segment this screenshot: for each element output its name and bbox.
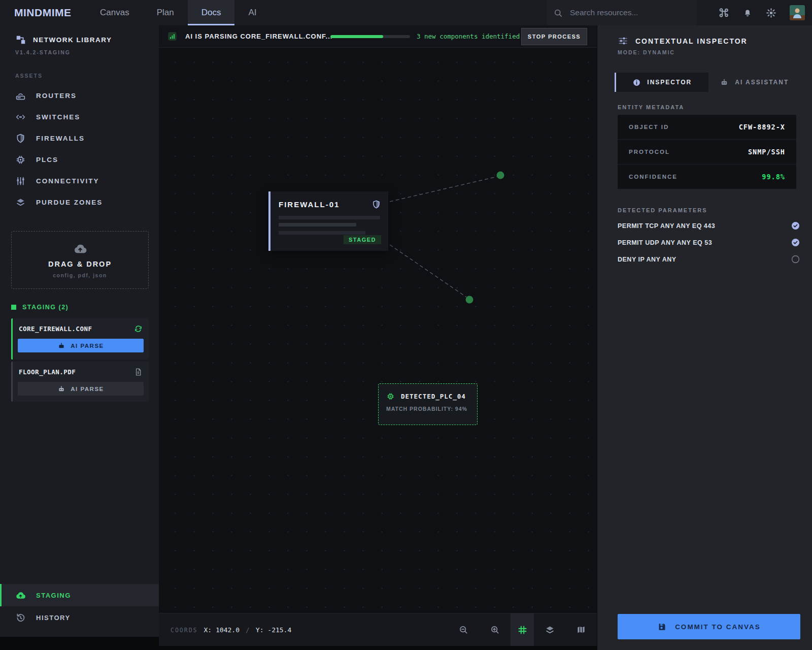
check-circle-icon[interactable]	[791, 238, 800, 247]
file-name: FLOOR_PLAN.PDF	[19, 368, 76, 376]
skeleton-line	[279, 223, 356, 226]
sidebar-title: NETWORK LIBRARY	[33, 36, 112, 44]
chip-icon	[386, 392, 395, 401]
sidebar-item-firewalls[interactable]: FIREWALLS	[0, 127, 159, 149]
nav-tab-docs[interactable]: Docs	[188, 0, 235, 25]
avatar[interactable]	[790, 5, 805, 20]
canvas-column: AI IS PARSING CORE_FIREWALL.CONF... 3 ne…	[159, 25, 597, 646]
cloud-upload-icon	[15, 590, 26, 601]
process-result-text: 3 new components identified.	[417, 32, 524, 40]
file-dropzone[interactable]: DRAG & DROP config, pdf, json	[11, 231, 149, 289]
staged-status-badge: STAGED	[344, 235, 381, 244]
zoom-out-button[interactable]	[448, 613, 479, 646]
coord-x-value: X: 1042.0	[204, 626, 240, 634]
top-navbar: MINDMIME Canvas Plan Docs AI Search reso…	[0, 0, 812, 25]
coords-label: COORDS	[171, 627, 198, 634]
staged-file-floor-plan[interactable]: FLOOR_PLAN.PDF AI PARSE	[11, 362, 149, 402]
connection-endpoint-dot[interactable]	[497, 172, 504, 179]
process-status-text: AI IS PARSING CORE_FIREWALL.CONF...	[185, 32, 332, 40]
progress-fill	[330, 35, 383, 38]
ai-parse-button-core-firewall[interactable]: AI PARSE	[18, 339, 144, 352]
layers-button[interactable]	[534, 613, 565, 646]
parameter-row[interactable]: PERMIT TCP ANY ANY EQ 443	[618, 217, 800, 234]
diagram-canvas[interactable]: FIREWALL-01 STAGED DETECTED_PLC_04 MATCH…	[159, 48, 597, 613]
main-nav-tabs: Canvas Plan Docs AI	[86, 0, 270, 25]
switch-icon	[15, 112, 26, 122]
sidebar-item-plcs[interactable]: PLCS	[0, 149, 159, 170]
metadata-value: 99.8%	[762, 173, 785, 181]
sidebar-item-switches[interactable]: SWITCHES	[0, 106, 159, 127]
sliders-icon	[618, 36, 628, 46]
gear-icon[interactable]	[766, 8, 776, 18]
match-probability-label: MATCH PROBABILITY: 94%	[379, 401, 477, 412]
grid-toggle-button[interactable]	[511, 613, 534, 646]
skeleton-line	[279, 231, 365, 235]
detected-plc-card[interactable]: DETECTED_PLC_04 MATCH PROBABILITY: 94%	[378, 383, 478, 425]
sidebar-item-routers[interactable]: ROUTERS	[0, 85, 159, 106]
inspector-tabs: INSPECTOR AI ASSISTANT	[615, 73, 800, 92]
layers-icon	[545, 625, 555, 635]
tab-ai-assistant[interactable]: AI ASSISTANT	[708, 73, 801, 92]
history-icon	[15, 612, 26, 623]
cloud-upload-icon	[73, 242, 87, 256]
inspector-title: CONTEXTUAL INSPECTOR	[635, 37, 748, 45]
parameter-label: PERMIT UDP ANY ANY EQ 53	[618, 239, 712, 246]
commit-to-canvas-button[interactable]: COMMIT TO CANVAS	[618, 614, 800, 639]
sidebar-item-label: PURDUE ZONES	[36, 199, 103, 206]
network-icon	[15, 34, 26, 45]
coords-separator: /	[246, 626, 250, 634]
map-icon	[576, 625, 586, 635]
search-bar[interactable]: Search resources...	[547, 0, 697, 25]
sidebar-item-label: FIREWALLS	[36, 135, 85, 142]
command-icon[interactable]	[718, 7, 729, 18]
minimap-button[interactable]	[565, 613, 597, 646]
nav-tab-canvas[interactable]: Canvas	[86, 0, 143, 25]
app-window: MINDMIME Canvas Plan Docs AI Search reso…	[0, 0, 812, 650]
ai-parse-button-floor-plan[interactable]: AI PARSE	[18, 382, 144, 396]
inspector-mode-label: MODE: DYNAMIC	[618, 49, 675, 55]
node-title: FIREWALL-01	[279, 200, 340, 209]
bell-icon[interactable]	[742, 8, 753, 18]
staging-count-label: STAGING (2)	[22, 304, 69, 311]
app-logo: MINDMIME	[0, 0, 86, 25]
metadata-row-confidence: CONFIDENCE 99.8%	[618, 165, 796, 189]
empty-circle-icon[interactable]	[791, 254, 800, 264]
robot-icon	[57, 342, 65, 350]
shield-icon	[371, 200, 381, 209]
nav-tab-ai[interactable]: AI	[234, 0, 270, 25]
parameter-label: DENY IP ANY ANY	[618, 256, 676, 263]
nav-tab-plan[interactable]: Plan	[143, 0, 188, 25]
progress-bar	[330, 35, 410, 38]
parameter-row[interactable]: DENY IP ANY ANY	[618, 251, 800, 268]
zoom-in-button[interactable]	[479, 613, 511, 646]
sidebar-item-connectivity[interactable]: CONNECTIVITY	[0, 170, 159, 191]
staged-file-core-firewall[interactable]: CORE_FIREWALL.CONF AI PARSE	[11, 318, 149, 360]
firewall-node-card[interactable]: FIREWALL-01 STAGED	[268, 191, 388, 251]
sidebar-item-purdue-zones[interactable]: PURDUE ZONES	[0, 191, 159, 213]
metadata-key: PROTOCOL	[629, 149, 670, 155]
dropzone-formats: config, pdf, json	[53, 272, 107, 278]
chart-bars-icon	[167, 31, 178, 42]
detected-parameters-list: PERMIT TCP ANY ANY EQ 443 PERMIT UDP ANY…	[618, 217, 800, 268]
stop-process-button[interactable]: STOP PROCESS	[521, 28, 587, 45]
connection-endpoint-dot[interactable]	[466, 296, 473, 304]
parameter-label: PERMIT TCP ANY ANY EQ 443	[618, 222, 715, 230]
router-icon	[15, 90, 26, 101]
canvas-status-bar: COORDS X: 1042.0 / Y: -215.4	[159, 613, 597, 646]
dropzone-title: DRAG & DROP	[48, 260, 112, 268]
ai-parse-label: AI PARSE	[71, 386, 104, 392]
contextual-inspector-panel: CONTEXTUAL INSPECTOR MODE: DYNAMIC INSPE…	[597, 25, 812, 650]
sidebar-footer-staging[interactable]: STAGING	[0, 584, 159, 606]
file-icon	[134, 368, 143, 376]
parameter-row[interactable]: PERMIT UDP ANY ANY EQ 53	[618, 234, 800, 251]
commit-label: COMMIT TO CANVAS	[675, 623, 761, 631]
check-circle-icon[interactable]	[791, 221, 800, 231]
tab-inspector[interactable]: INSPECTOR	[615, 73, 708, 92]
sidebar-footer-history[interactable]: HISTORY	[0, 606, 159, 629]
staging-square-icon	[11, 305, 16, 310]
sidebar-item-label: ROUTERS	[36, 92, 77, 100]
tab-label: AI ASSISTANT	[735, 79, 789, 86]
layers-icon	[15, 197, 26, 208]
file-name: CORE_FIREWALL.CONF	[19, 325, 92, 333]
search-icon	[553, 8, 563, 18]
